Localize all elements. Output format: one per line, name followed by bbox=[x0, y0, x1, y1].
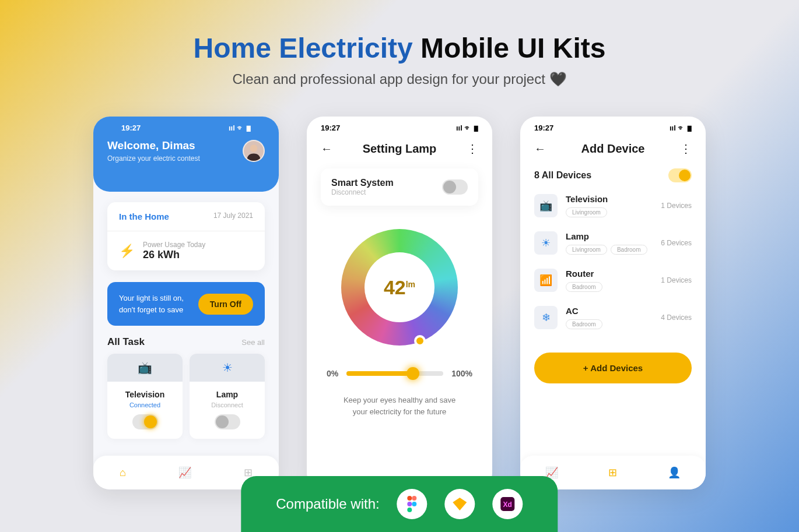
more-button[interactable]: ⋮ bbox=[467, 142, 478, 156]
page-title: Add Device bbox=[581, 142, 645, 156]
svg-point-2 bbox=[412, 496, 417, 501]
nav-grid-icon[interactable]: ⊞ bbox=[608, 466, 617, 479]
slider-max: 100% bbox=[451, 369, 472, 378]
devices-toggle[interactable] bbox=[668, 168, 692, 182]
page-title: Setting Lamp bbox=[363, 142, 437, 156]
sun-icon: ☀ bbox=[534, 231, 558, 255]
xd-icon: Xd bbox=[493, 489, 523, 519]
router-icon: 📶 bbox=[534, 269, 558, 292]
ac-icon: ❄ bbox=[534, 306, 558, 329]
back-button[interactable]: ← bbox=[321, 142, 332, 156]
slider-min: 0% bbox=[327, 369, 338, 378]
devices-count: 8 All Devices bbox=[534, 170, 591, 181]
sun-icon: ☀ bbox=[190, 354, 265, 382]
avatar[interactable] bbox=[243, 140, 265, 162]
see-all-link[interactable]: See all bbox=[241, 338, 265, 347]
svg-point-0 bbox=[250, 145, 258, 152]
screen-lamp: 19:27 ııl ᯤ ▆ ← Setting Lamp ⋮ Smart Sys… bbox=[307, 117, 492, 489]
more-button[interactable]: ⋮ bbox=[680, 142, 692, 156]
device-router[interactable]: 📶 Router Badroom 1 Devices bbox=[520, 264, 706, 301]
welcome-title: Welcome, Dimas bbox=[107, 139, 200, 152]
svg-text:Xd: Xd bbox=[503, 501, 512, 509]
card-label: In the Home bbox=[119, 212, 169, 221]
back-button[interactable]: ← bbox=[534, 142, 546, 156]
device-ac[interactable]: ❄ AC Badroom 4 Devices bbox=[520, 301, 706, 339]
status-icons: ııl ᯤ ▆ bbox=[456, 124, 478, 132]
screen-devices: 19:27 ııl ᯤ ▆ ← Add Device ⋮ 8 All Devic… bbox=[520, 117, 706, 489]
lamp-toggle[interactable] bbox=[215, 414, 240, 429]
svg-marker-6 bbox=[453, 498, 467, 510]
status-time: 19:27 bbox=[321, 124, 340, 132]
tip-text: Keep your eyes healthy and save your ele… bbox=[307, 378, 492, 417]
compat-footer: Compatible with: Xd bbox=[241, 476, 558, 532]
welcome-subtitle: Organize your electric contest bbox=[107, 154, 200, 163]
nav-home-icon[interactable]: ⌂ bbox=[120, 467, 126, 479]
page-subtitle: Clean and professional app design for yo… bbox=[0, 71, 799, 87]
brightness-slider[interactable] bbox=[346, 371, 443, 376]
svg-point-4 bbox=[412, 502, 417, 506]
svg-point-3 bbox=[408, 502, 412, 506]
add-devices-button[interactable]: + Add Devices bbox=[534, 353, 692, 383]
usage-value: 26 kWh bbox=[143, 249, 205, 261]
figma-icon bbox=[397, 489, 427, 519]
status-time: 19:27 bbox=[534, 124, 553, 132]
status-time: 19:27 bbox=[121, 124, 141, 132]
usage-label: Power Usage Today bbox=[143, 241, 205, 249]
color-wheel[interactable]: 42lm bbox=[341, 229, 458, 346]
bolt-icon: ⚡ bbox=[119, 244, 135, 259]
device-lamp[interactable]: ☀ Lamp LivingroomBadroom 6 Devices bbox=[520, 227, 706, 264]
nav-stats-icon[interactable]: 📈 bbox=[178, 466, 191, 479]
wheel-handle[interactable] bbox=[414, 335, 426, 347]
system-card: Smart System Disconnect bbox=[321, 168, 478, 206]
lumens-value: 42lm bbox=[384, 276, 415, 299]
tv-icon: 📺 bbox=[107, 354, 183, 382]
alert-card: Your light is still on,don't forget to s… bbox=[107, 282, 265, 326]
turn-off-button[interactable]: Turn Off bbox=[198, 294, 253, 315]
device-television[interactable]: 📺 Television Livingroom 1 Devices bbox=[520, 189, 706, 227]
sketch-icon bbox=[445, 489, 475, 519]
svg-point-1 bbox=[408, 496, 412, 501]
system-toggle[interactable] bbox=[442, 179, 468, 195]
page-title: Home Electricity Mobile UI Kits bbox=[0, 32, 799, 64]
task-television[interactable]: 📺 Television Connected bbox=[107, 354, 183, 439]
nav-profile-icon[interactable]: 👤 bbox=[668, 466, 681, 479]
status-icons: ııl ᯤ ▆ bbox=[670, 124, 692, 132]
tv-toggle[interactable] bbox=[132, 414, 158, 429]
screen-home: 19:27 ııl ᯤ ▆ Welcome, Dimas Organize yo… bbox=[93, 117, 279, 489]
card-date: 17 July 2021 bbox=[213, 212, 253, 221]
status-icons: ııl ᯤ ▆ bbox=[229, 124, 251, 132]
task-lamp[interactable]: ☀ Lamp Disconnect bbox=[190, 354, 265, 439]
tv-icon: 📺 bbox=[534, 194, 558, 217]
section-title: All Task bbox=[107, 336, 145, 348]
svg-point-5 bbox=[408, 508, 412, 512]
usage-card[interactable]: In the Home 17 July 2021 ⚡ Power Usage T… bbox=[107, 202, 265, 270]
